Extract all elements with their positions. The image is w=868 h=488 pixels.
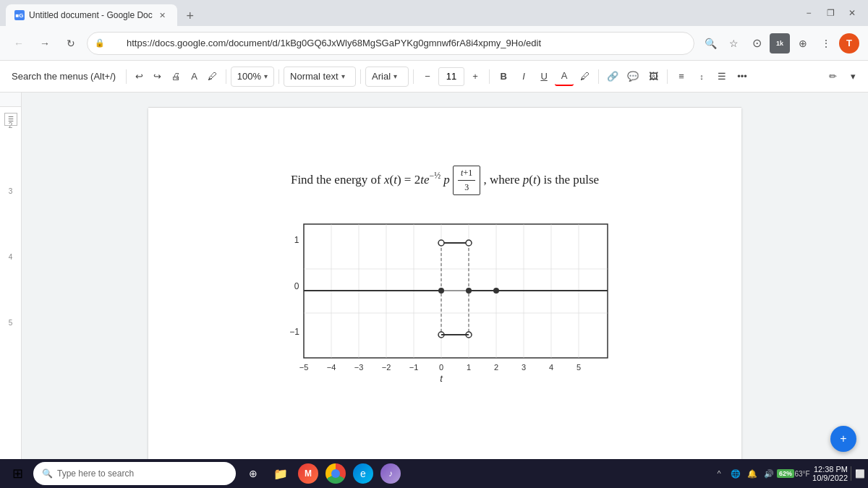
tab-title: Untitled document - Google Doc	[29, 10, 153, 20]
format-dropdown-arrow: ▾	[341, 72, 345, 80]
taskbar-right: ^ 🌐 🔔 🔊 62% 63°F 12:38 PM 10/9/2022 ⬜	[712, 465, 865, 482]
time-display: 12:38 PM 10/9/2022	[812, 465, 848, 482]
toolbar-divider-5	[413, 69, 414, 84]
bold-button[interactable]: B	[494, 67, 513, 86]
more-icon[interactable]: ⋮	[816, 33, 836, 53]
volume-icon[interactable]: 🔊	[762, 466, 776, 481]
comment-button[interactable]: 💬	[624, 67, 642, 86]
toolbar-divider-2	[226, 69, 226, 84]
tab-bar: G Untitled document - Google Doc ✕ + − ❐…	[0, 0, 868, 26]
document-area: 1 2 3 4 5 6 7 Find the energy of	[22, 93, 868, 459]
pulse-graph: 1 0 −1 −5 −4 −3 −2 −1 0 1 2 3	[268, 217, 622, 383]
image-button[interactable]: 🖼	[644, 67, 663, 86]
extension-icon[interactable]: 1k	[770, 33, 790, 53]
svg-text:5: 5	[576, 363, 581, 372]
reload-button[interactable]: ↻	[61, 33, 81, 53]
svg-text:t: t	[440, 373, 443, 383]
windows-icon: ⊞	[12, 466, 23, 481]
math-problem-text: Find the energy of x(t) = 2te−½ p t+1 3 …	[206, 166, 684, 195]
svg-text:−5: −5	[299, 363, 309, 372]
restore-button[interactable]: ❐	[820, 3, 841, 23]
docs-toolbar: Search the menus (Alt+/) ↩ ↪ 🖨 A 🖊 100% …	[0, 61, 868, 93]
edit-button[interactable]: ✏	[823, 67, 842, 86]
taskbar-search-placeholder: Type here to search	[57, 468, 134, 479]
svg-text:0: 0	[439, 363, 443, 372]
font-size-input[interactable]	[438, 67, 464, 86]
file-explorer-button[interactable]: 📁	[268, 461, 294, 487]
svg-point-43	[466, 288, 472, 294]
font-dropdown-arrow: ▾	[393, 72, 397, 80]
underline-button[interactable]: U	[535, 67, 553, 86]
more-button[interactable]: •••	[733, 67, 752, 86]
chrome-icon[interactable]	[323, 461, 349, 487]
align-button[interactable]: ≡	[672, 67, 691, 86]
svg-point-45	[438, 240, 444, 246]
list-button[interactable]: ☰	[712, 67, 731, 86]
font-size-increase[interactable]: +	[466, 67, 485, 86]
redo-button[interactable]: ↪	[149, 67, 166, 87]
italic-button[interactable]: I	[514, 67, 533, 86]
profile-icon[interactable]: T	[839, 33, 859, 53]
svg-text:0: 0	[294, 281, 299, 291]
browser-toolbar-right: 🔍 ☆ ⊙ 1k ⊕ ⋮ T	[700, 33, 859, 53]
battery-display: 62%	[778, 466, 793, 481]
antivirus-icon[interactable]: M	[295, 461, 321, 487]
font-size-decrease[interactable]: −	[418, 67, 437, 86]
system-icons: ^ 🌐 🔔 🔊 62% 63°F	[712, 466, 809, 481]
svg-text:3: 3	[522, 363, 526, 372]
paint-format-button[interactable]: A	[187, 67, 202, 87]
font-size-control: − +	[418, 67, 485, 86]
font-select[interactable]: Arial ▾	[365, 67, 409, 87]
forward-button[interactable]: →	[35, 33, 55, 53]
task-view-button[interactable]: ⊕	[240, 461, 266, 487]
show-desktop-button[interactable]: ⬜	[851, 466, 865, 481]
chevron-up-icon[interactable]: ^	[712, 466, 726, 481]
taskbar-search[interactable]: 🔍 Type here to search	[33, 462, 236, 485]
customize-icon[interactable]: ⊙	[746, 33, 767, 53]
sidebar-icon[interactable]: ☰	[4, 113, 17, 126]
bookmark-icon[interactable]: ☆	[723, 33, 744, 53]
taskbar-search-icon: 🔍	[42, 468, 53, 479]
minimize-button[interactable]: −	[799, 3, 819, 23]
line-spacing-button[interactable]: ↕	[692, 67, 711, 86]
start-button[interactable]: ⊞	[3, 461, 32, 487]
extensions-icon[interactable]: ⊕	[793, 33, 813, 53]
svg-text:−2: −2	[382, 363, 391, 372]
undo-button[interactable]: ↩	[131, 67, 148, 87]
search-icon[interactable]: 🔍	[700, 33, 720, 53]
window-controls: − ❐ ✕	[799, 3, 862, 26]
format-select[interactable]: Normal text ▾	[284, 67, 356, 87]
new-tab-button[interactable]: +	[180, 6, 200, 26]
spelling-button[interactable]: 🖊	[203, 67, 221, 87]
left-sidebar: ☰ 2 3 4 5	[0, 93, 22, 459]
main-content: ☰ 2 3 4 5 1 2 3 4 5 6 7	[0, 93, 868, 459]
close-button[interactable]: ✕	[842, 3, 862, 23]
edge-icon[interactable]: e	[350, 461, 376, 487]
svg-text:4: 4	[549, 363, 553, 372]
graph-container: 1 0 −1 −5 −4 −3 −2 −1 0 1 2 3	[206, 217, 684, 383]
zoom-dropdown-arrow: ▾	[264, 72, 268, 80]
music-icon[interactable]: ♪	[378, 461, 404, 487]
print-button[interactable]: 🖨	[167, 67, 185, 87]
search-menus-button[interactable]: Search the menus (Alt+/)	[6, 68, 122, 85]
ruler-top	[0, 93, 21, 107]
link-button[interactable]: 🔗	[603, 67, 622, 86]
address-input[interactable]: 🔒 https://docs.google.com/document/d/1kB…	[87, 32, 694, 55]
svg-text:−1: −1	[409, 363, 419, 372]
svg-text:1: 1	[294, 235, 299, 245]
floating-action-button[interactable]: +	[830, 426, 856, 452]
chevron-down-button[interactable]: ▾	[843, 67, 862, 86]
zoom-select[interactable]: 100% ▾	[231, 67, 274, 87]
document-page: Find the energy of x(t) = 2te−½ p t+1 3 …	[148, 108, 741, 459]
network-icon[interactable]: 🌐	[728, 466, 743, 481]
tab-close-button[interactable]: ✕	[157, 9, 169, 21]
notification-icon[interactable]: 🔔	[745, 466, 760, 481]
active-tab[interactable]: G Untitled document - Google Doc ✕	[6, 4, 177, 26]
text-color-button[interactable]: A	[555, 67, 574, 86]
temperature-display: 63°F	[795, 466, 809, 481]
toolbar-divider-3	[278, 69, 279, 84]
tab-favicon: G	[14, 10, 25, 20]
highlight-button[interactable]: 🖊	[575, 67, 594, 86]
toolbar-divider-8	[667, 69, 668, 84]
back-button[interactable]: ←	[9, 33, 29, 53]
